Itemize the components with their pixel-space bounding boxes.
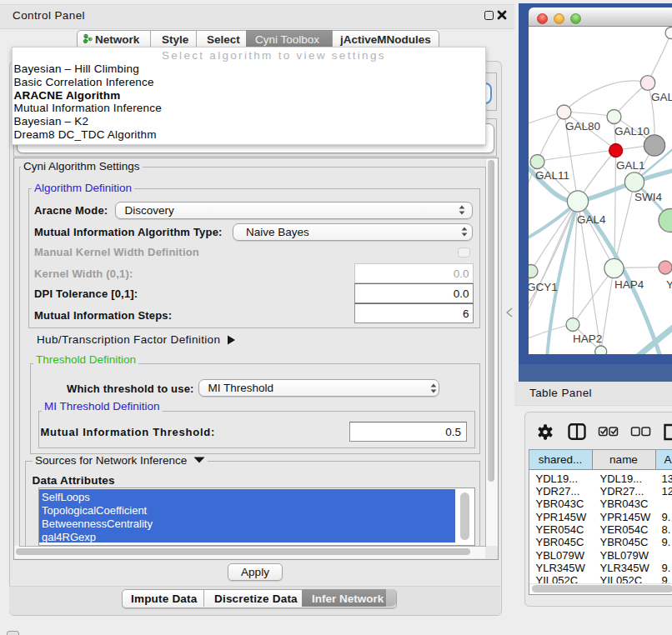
svg-text:GAL11: GAL11 <box>535 169 569 182</box>
svg-text:HAP4: HAP4 <box>614 278 644 291</box>
svg-text:HAP2: HAP2 <box>573 332 602 345</box>
svg-text:GAL4: GAL4 <box>577 213 606 226</box>
svg-text:GAL10: GAL10 <box>614 125 649 138</box>
svg-text:GAL80: GAL80 <box>565 120 600 132</box>
svg-text:SWI4: SWI4 <box>634 191 662 203</box>
svg-text:GAL1: GAL1 <box>616 159 645 172</box>
svg-text:GAL: GAL <box>651 91 672 103</box>
svg-text:Y: Y <box>666 278 672 291</box>
svg-text:GCY1: GCY1 <box>529 281 558 293</box>
